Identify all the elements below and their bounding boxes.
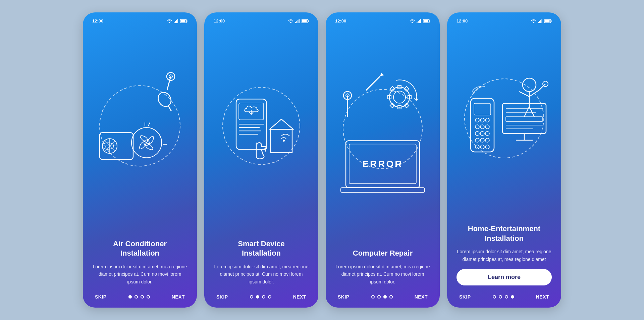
wifi-icon-2 (288, 19, 293, 23)
dot-4-2 (499, 295, 502, 299)
signal-icon-3 (417, 19, 421, 23)
signal-icon-2 (295, 19, 300, 23)
svg-rect-104 (506, 117, 543, 121)
svg-rect-46 (430, 20, 430, 22)
nav-dots-1 (128, 295, 150, 299)
svg-rect-39 (271, 129, 292, 153)
svg-rect-41 (417, 22, 418, 23)
svg-point-11 (165, 71, 176, 82)
next-button-2[interactable]: NEXT (293, 294, 306, 300)
status-bar-2: 12:00 (211, 18, 312, 23)
svg-point-100 (485, 145, 489, 149)
svg-rect-69 (539, 21, 540, 23)
wifi-icon-4 (531, 19, 536, 23)
screen-title-4: Home-EntertainmentInstallation (457, 224, 552, 243)
illustration-3: ERROR (332, 26, 433, 249)
illustration-1 (90, 26, 190, 239)
svg-rect-27 (299, 19, 300, 23)
status-bar-1: 12:00 (90, 18, 190, 23)
skip-button-2[interactable]: SKIP (216, 294, 228, 300)
svg-point-96 (480, 138, 484, 142)
svg-point-91 (485, 125, 489, 129)
battery-icon-4 (544, 19, 552, 23)
svg-rect-5 (187, 20, 187, 22)
svg-line-82 (539, 84, 545, 90)
svg-point-7 (100, 86, 180, 166)
svg-point-88 (485, 118, 489, 122)
svg-rect-67 (341, 188, 425, 193)
illustration-2 (211, 26, 312, 239)
screen-title-1: Air ConditionerInstallation (92, 239, 187, 258)
dot-1-4 (147, 295, 150, 299)
nav-dots-2 (250, 295, 271, 299)
svg-line-79 (529, 90, 539, 97)
status-bar-4: 12:00 (454, 18, 554, 23)
svg-point-48 (343, 90, 422, 169)
signal-icon-4 (538, 19, 543, 23)
screen-desc-2: Lorem ipsum dolor sit dim amet, mea regi… (214, 263, 309, 285)
svg-point-86 (475, 118, 479, 122)
svg-line-49 (337, 96, 358, 117)
svg-point-94 (485, 131, 489, 136)
screen-title-2: Smart DeviceInstallation (214, 239, 309, 258)
nav-bar-3: SKIP NEXT (332, 291, 433, 300)
svg-line-9 (168, 106, 171, 111)
nav-bar-2: SKIP NEXT (211, 291, 312, 300)
screen-4: 12:00 (447, 12, 561, 308)
svg-rect-70 (540, 20, 541, 23)
svg-rect-24 (295, 22, 296, 23)
dot-4-3 (505, 295, 508, 299)
text-area-2: Smart DeviceInstallation Lorem ipsum dol… (211, 239, 312, 291)
nav-dots-4 (493, 295, 514, 299)
svg-rect-43 (419, 20, 420, 23)
dot-2-1 (250, 295, 253, 299)
illustration-4 (454, 26, 554, 224)
svg-rect-3 (177, 19, 178, 23)
svg-point-97 (485, 138, 489, 142)
dot-2-2 (256, 295, 259, 299)
screens-container: 12:00 (83, 12, 561, 308)
skip-button-3[interactable]: SKIP (338, 294, 350, 300)
status-time-3: 12:00 (335, 18, 346, 23)
screen-desc-1: Lorem ipsum dolor sit dim amet, mea regi… (92, 263, 187, 285)
next-button-1[interactable]: NEXT (172, 294, 185, 300)
skip-button-1[interactable]: SKIP (95, 294, 107, 300)
screen-title-3: Computer Repair (335, 249, 430, 258)
nav-bar-1: SKIP NEXT (90, 291, 190, 300)
battery-icon-3 (423, 19, 430, 23)
dot-1-1 (128, 295, 132, 299)
status-time-2: 12:00 (214, 18, 225, 23)
svg-rect-0 (174, 22, 175, 23)
skip-button-4[interactable]: SKIP (459, 294, 471, 300)
screen-3: 12:00 (326, 12, 440, 308)
svg-rect-1 (175, 21, 176, 23)
svg-line-22 (148, 122, 150, 126)
learn-more-button[interactable]: Learn more (457, 269, 552, 285)
status-icons-4 (531, 19, 552, 23)
svg-point-12 (168, 74, 173, 79)
dot-4-1 (493, 295, 496, 299)
next-button-3[interactable]: NEXT (415, 294, 428, 300)
svg-rect-25 (297, 21, 298, 23)
screen-2: 12:00 (204, 12, 318, 308)
svg-line-52 (366, 76, 380, 90)
svg-point-90 (480, 125, 484, 129)
battery-icon-2 (302, 19, 309, 23)
dot-3-3 (383, 295, 387, 299)
svg-rect-85 (474, 103, 491, 115)
svg-point-87 (480, 118, 484, 122)
dot-2-4 (268, 295, 271, 299)
screen-desc-4: Lorem ipsum dolor sit dim amet, mea regi… (457, 248, 552, 263)
status-icons-1 (167, 19, 187, 23)
dot-2-3 (262, 295, 265, 299)
svg-point-99 (480, 145, 484, 149)
svg-rect-73 (551, 20, 552, 22)
svg-rect-71 (542, 19, 543, 23)
svg-rect-47 (424, 20, 428, 22)
wifi-icon-3 (410, 19, 415, 23)
svg-rect-74 (545, 20, 550, 22)
status-icons-2 (288, 19, 309, 23)
svg-rect-44 (420, 19, 421, 23)
svg-rect-30 (302, 20, 307, 22)
next-button-4[interactable]: NEXT (536, 294, 549, 300)
